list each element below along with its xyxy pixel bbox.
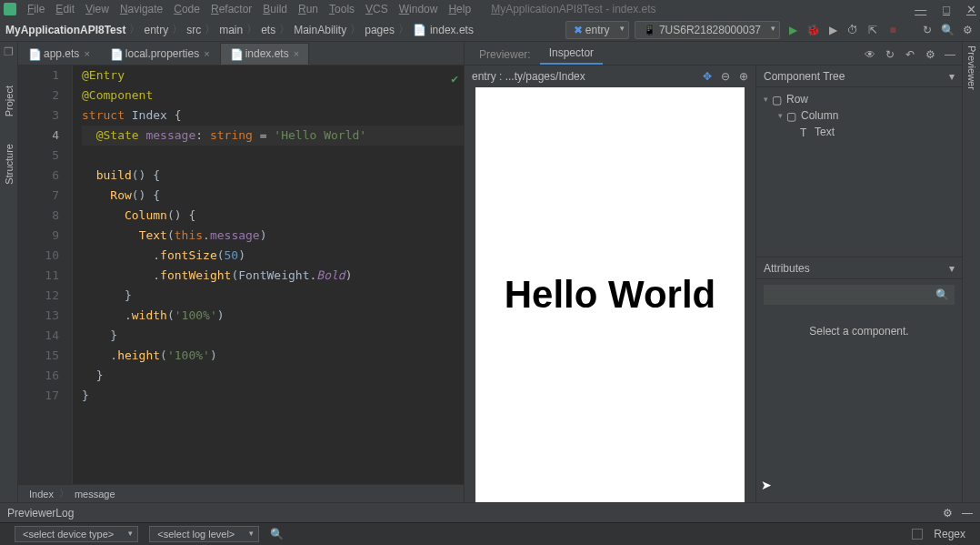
close-icon[interactable]: ✕ <box>966 3 976 16</box>
container-icon: ▢ <box>772 94 783 105</box>
maximize-icon[interactable]: □ <box>943 3 950 16</box>
run-module-dropdown[interactable]: ✖ entry <box>565 21 629 39</box>
search-icon[interactable]: 🔍 <box>940 23 955 37</box>
zoom-out-icon[interactable]: ⊖ <box>721 70 730 83</box>
preview-canvas-area: entry : ...ty/pages/Index ✥ ⊖ ⊕ Hello Wo… <box>465 66 755 502</box>
line-gutter: 123 456 789 101112 131415 1617 <box>18 66 73 484</box>
sync-icon[interactable]: ↻ <box>920 23 935 37</box>
search-icon[interactable]: 🔍 <box>935 288 949 301</box>
editor-breadcrumb: Index 〉 message <box>18 484 464 502</box>
attach-icon[interactable]: ⇱ <box>865 23 880 37</box>
previewer-tab[interactable]: Previewer: <box>470 45 540 65</box>
menu-code[interactable]: Code <box>174 3 200 15</box>
struct-crumb[interactable]: Index <box>29 489 54 500</box>
zoom-in-icon[interactable]: ⊕ <box>739 70 748 83</box>
preview-tool-window: Previewer: Inspector 👁 ↻ ↶ ⚙ — entry : .… <box>464 42 962 502</box>
container-icon: ▢ <box>786 110 797 121</box>
structure-tool-label[interactable]: Structure <box>4 144 15 185</box>
log-device-dropdown[interactable]: <select device type> <box>15 526 138 542</box>
breadcrumb-src[interactable]: src <box>186 24 201 36</box>
inspector-tab[interactable]: Inspector <box>540 43 603 65</box>
editor-tabs: 📄app.ets× 📄local.properties× 📄index.ets× <box>18 42 464 66</box>
window-title-suffix: MyApplicationAPI8Test - index.ets <box>491 3 655 15</box>
menu-build[interactable]: Build <box>263 3 287 15</box>
device-preview[interactable]: Hello World <box>475 87 745 502</box>
settings-icon[interactable]: ⚙ <box>960 23 975 37</box>
left-tool-strip: ❐ Project Structure <box>0 42 18 502</box>
device-dropdown[interactable]: 📱 7US6R21828000037 <box>635 21 780 39</box>
previewer-tool-label[interactable]: Previewer <box>966 45 977 90</box>
attributes-header: Attributes▾ <box>756 257 962 279</box>
code-editor[interactable]: ✔ 123 456 789 101112 131415 1617 @Entry … <box>18 66 464 484</box>
project-tool-label[interactable]: Project <box>4 86 15 116</box>
chevron-down-icon[interactable]: ▾ <box>949 262 955 275</box>
properties-file-icon: 📄 <box>110 48 121 59</box>
project-tool-icon[interactable]: ❐ <box>4 45 14 58</box>
menu-tools[interactable]: Tools <box>329 3 355 15</box>
regex-label: Regex <box>934 528 965 540</box>
attributes-search[interactable]: 🔍 <box>764 285 955 305</box>
breadcrumb-root[interactable]: MyApplicationAPI8Test <box>5 24 125 36</box>
attributes-panel: Attributes▾ 🔍 Select a component. <box>756 257 962 502</box>
log-toolbar: <select device type> <select log level> … <box>0 522 980 545</box>
breadcrumb-entry[interactable]: entry <box>144 24 168 36</box>
menu-refactor[interactable]: Refactor <box>211 3 252 15</box>
tab-index-ets[interactable]: 📄index.ets× <box>220 43 309 65</box>
menu-edit[interactable]: Edit <box>55 3 75 15</box>
log-search-icon[interactable]: 🔍 <box>270 528 284 540</box>
editor-area: 📄app.ets× 📄local.properties× 📄index.ets×… <box>18 42 464 502</box>
back-icon[interactable]: ↶ <box>904 48 916 61</box>
coverage-icon[interactable]: ▶ <box>825 23 840 37</box>
menu-vcs[interactable]: VCS <box>365 3 388 15</box>
breadcrumb-pages[interactable]: pages <box>365 24 395 36</box>
menu-file[interactable]: File <box>27 3 45 15</box>
tab-local-properties[interactable]: 📄local.properties× <box>100 43 220 65</box>
breadcrumb-mainability[interactable]: MainAbility <box>294 24 346 36</box>
debug-icon[interactable]: 🐞 <box>805 23 820 37</box>
breadcrumb-file[interactable]: index.ets <box>430 24 474 36</box>
right-tool-strip: Previewer <box>962 42 980 502</box>
component-tree-header: Component Tree▾ <box>756 66 962 87</box>
minimize-tool-icon[interactable]: — <box>962 507 973 520</box>
previewer-log-tab[interactable]: PreviewerLog <box>7 507 74 520</box>
tree-node-text[interactable]: TText <box>760 124 958 140</box>
tree-node-column[interactable]: ▾▢Column <box>760 107 958 124</box>
app-icon <box>4 3 16 15</box>
text-icon: T <box>800 126 811 137</box>
code-text[interactable]: @Entry @Component struct Index { @State … <box>73 66 464 484</box>
component-tree[interactable]: ▾▢Row ▾▢Column TText <box>756 87 962 257</box>
run-icon[interactable]: ▶ <box>785 23 800 37</box>
preview-path: entry : ...ty/pages/Index <box>472 70 585 83</box>
tree-node-row[interactable]: ▾▢Row <box>760 91 958 107</box>
menu-help[interactable]: Help <box>448 3 471 15</box>
menu-view[interactable]: View <box>85 3 109 15</box>
menu-window[interactable]: Window <box>399 3 438 15</box>
refresh-icon[interactable]: ↻ <box>884 48 896 61</box>
breadcrumb-ets[interactable]: ets <box>261 24 275 36</box>
close-icon[interactable]: × <box>84 48 89 59</box>
inspector-panel: Component Tree▾ ▾▢Row ▾▢Column TText Att… <box>755 66 962 502</box>
move-icon[interactable]: ✥ <box>703 70 712 83</box>
visibility-icon[interactable]: 👁 <box>864 48 876 61</box>
log-level-dropdown[interactable]: <select log level> <box>149 526 259 542</box>
profile-icon[interactable]: ⏱ <box>845 23 860 37</box>
file-icon: 📄 <box>413 24 426 36</box>
close-icon[interactable]: × <box>204 48 209 59</box>
breadcrumb-main[interactable]: main <box>219 24 243 36</box>
gear-icon[interactable]: ⚙ <box>943 507 953 520</box>
breadcrumb: MyApplicationAPI8Test 〉entry 〉src 〉main … <box>0 22 479 37</box>
canvas-header: entry : ...ty/pages/Index ✥ ⊖ ⊕ <box>465 66 755 87</box>
stop-icon[interactable]: ■ <box>885 23 900 37</box>
tab-app-ets[interactable]: 📄app.ets× <box>18 43 100 65</box>
minimize-icon[interactable]: — <box>915 3 926 16</box>
gear-icon[interactable]: ⚙ <box>924 48 936 61</box>
minimize-tool-icon[interactable]: — <box>944 48 956 61</box>
main-area: ❐ Project Structure 📄app.ets× 📄local.pro… <box>0 42 980 502</box>
ets-file-icon: 📄 <box>230 48 241 59</box>
chevron-down-icon[interactable]: ▾ <box>949 70 955 83</box>
menu-run[interactable]: Run <box>298 3 318 15</box>
close-icon[interactable]: × <box>294 48 299 59</box>
menu-navigate[interactable]: Navigate <box>120 3 163 15</box>
regex-checkbox[interactable] <box>912 529 923 540</box>
member-crumb[interactable]: message <box>75 489 115 500</box>
